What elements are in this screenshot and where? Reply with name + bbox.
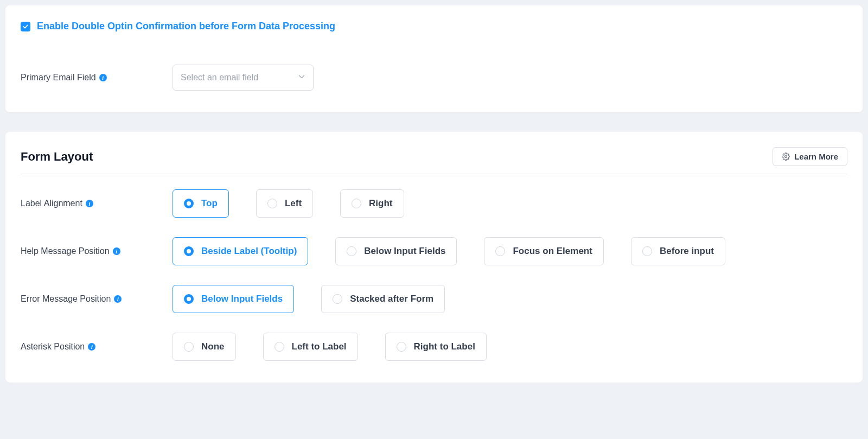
option-right-to-label[interactable]: Right to Label <box>385 333 487 361</box>
learn-more-button[interactable]: Learn More <box>773 147 847 166</box>
option-label: Left to Label <box>292 341 347 352</box>
info-icon[interactable]: i <box>86 200 93 207</box>
option-label: Before input <box>660 246 714 257</box>
label-alignment-row: Label Alignment i Top Left Right <box>21 189 847 218</box>
svg-point-0 <box>785 156 787 158</box>
asterisk-position-label-group: Asterisk Position i <box>21 342 173 352</box>
radio-icon <box>347 246 356 256</box>
option-label: Below Input Fields <box>201 294 283 304</box>
primary-email-placeholder: Select an email field <box>181 73 258 82</box>
enable-optin-label[interactable]: Enable Double Optin Confirmation before … <box>37 21 335 32</box>
info-icon[interactable]: i <box>114 295 122 303</box>
radio-icon <box>184 342 194 352</box>
gear-icon <box>782 152 790 161</box>
radio-icon <box>352 199 361 208</box>
info-icon[interactable]: i <box>113 247 120 255</box>
option-label: None <box>201 341 225 352</box>
enable-optin-row: Enable Double Optin Confirmation before … <box>21 21 847 32</box>
option-label: Top <box>201 198 218 209</box>
info-icon[interactable]: i <box>99 74 107 81</box>
radio-icon <box>275 342 284 352</box>
option-label: Stacked after Form <box>350 294 433 304</box>
info-icon[interactable]: i <box>88 343 95 351</box>
radio-icon <box>397 342 406 352</box>
option-left-to-label[interactable]: Left to Label <box>263 333 358 361</box>
option-below-input[interactable]: Below Input Fields <box>173 285 294 313</box>
help-position-label: Help Message Position <box>21 246 110 256</box>
option-top[interactable]: Top <box>173 189 229 218</box>
radio-icon <box>333 294 342 304</box>
radio-icon <box>184 294 194 304</box>
option-label: Beside Label (Tooltip) <box>201 246 297 257</box>
asterisk-position-options: None Left to Label Right to Label <box>173 333 487 361</box>
enable-optin-checkbox[interactable] <box>21 22 30 31</box>
option-focus-element[interactable]: Focus on Element <box>484 237 603 265</box>
check-icon <box>22 23 29 30</box>
asterisk-position-row: Asterisk Position i None Left to Label R… <box>21 333 847 361</box>
section-title: Form Layout <box>21 150 93 164</box>
optin-card: Enable Double Optin Confirmation before … <box>5 5 863 112</box>
option-before-input[interactable]: Before input <box>631 237 725 265</box>
option-label: Below Input Fields <box>364 246 445 257</box>
section-header: Form Layout Learn More <box>21 147 847 174</box>
label-alignment-options: Top Left Right <box>173 189 404 218</box>
chevron-down-icon <box>298 73 305 82</box>
radio-icon <box>642 246 652 256</box>
error-position-row: Error Message Position i Below Input Fie… <box>21 285 847 313</box>
option-below-input[interactable]: Below Input Fields <box>335 237 457 265</box>
option-label: Focus on Element <box>513 246 592 257</box>
option-label: Right <box>369 198 392 209</box>
primary-email-label-group: Primary Email Field i <box>21 73 173 82</box>
radio-icon <box>495 246 505 256</box>
option-stacked-after[interactable]: Stacked after Form <box>321 285 445 313</box>
option-label: Right to Label <box>414 341 475 352</box>
error-position-options: Below Input Fields Stacked after Form <box>173 285 445 313</box>
learn-more-label: Learn More <box>794 152 838 161</box>
error-position-label: Error Message Position <box>21 294 111 304</box>
option-right[interactable]: Right <box>340 189 404 218</box>
radio-icon <box>184 246 194 256</box>
option-none[interactable]: None <box>173 333 236 361</box>
help-position-options: Beside Label (Tooltip) Below Input Field… <box>173 237 725 265</box>
radio-icon <box>184 199 194 208</box>
primary-email-row: Primary Email Field i Select an email fi… <box>21 65 847 91</box>
label-alignment-label: Label Alignment <box>21 199 82 208</box>
error-position-label-group: Error Message Position i <box>21 294 173 304</box>
radio-icon <box>267 199 277 208</box>
primary-email-label: Primary Email Field <box>21 73 96 82</box>
label-alignment-label-group: Label Alignment i <box>21 199 173 208</box>
help-position-label-group: Help Message Position i <box>21 246 173 256</box>
option-beside-label[interactable]: Beside Label (Tooltip) <box>173 237 308 265</box>
form-layout-card: Form Layout Learn More Label Alignment i… <box>5 132 863 383</box>
option-label: Left <box>285 198 302 209</box>
help-position-row: Help Message Position i Beside Label (To… <box>21 237 847 265</box>
asterisk-position-label: Asterisk Position <box>21 342 85 352</box>
option-left[interactable]: Left <box>256 189 313 218</box>
primary-email-select[interactable]: Select an email field <box>173 65 314 91</box>
